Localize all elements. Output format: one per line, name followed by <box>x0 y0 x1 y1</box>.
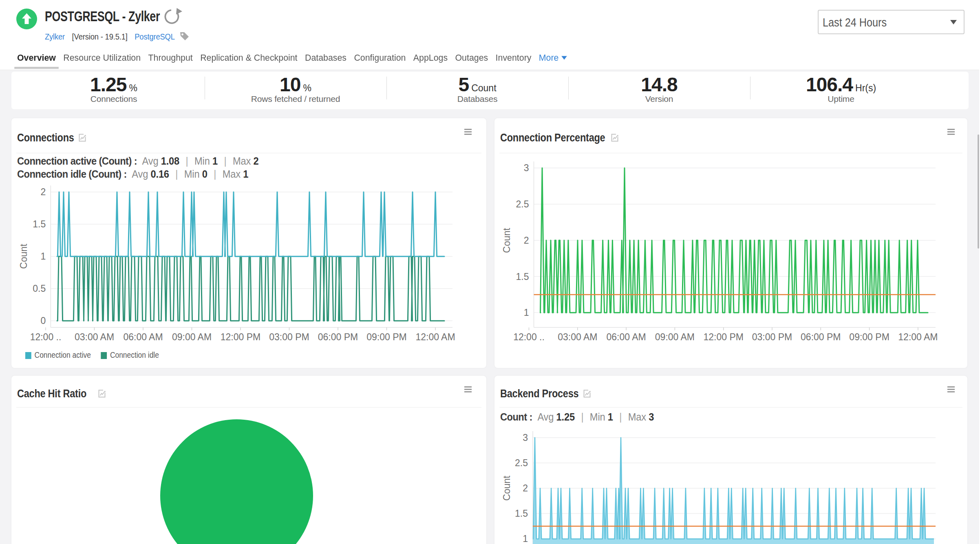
svg-text:06:00 PM: 06:00 PM <box>801 332 841 342</box>
svg-text:2: 2 <box>41 187 46 197</box>
svg-text:1.5: 1.5 <box>33 219 46 229</box>
svg-text:0: 0 <box>41 315 46 326</box>
svg-text:12:00 ..: 12:00 .. <box>30 332 62 342</box>
svg-text:12:00 PM: 12:00 PM <box>221 332 260 342</box>
svg-text:06:00 AM: 06:00 AM <box>123 332 163 342</box>
svg-text:12:00 AM: 12:00 AM <box>898 332 938 342</box>
svg-text:09:00 PM: 09:00 PM <box>366 332 406 342</box>
svg-text:2.5: 2.5 <box>515 458 528 468</box>
svg-text:3: 3 <box>523 432 528 443</box>
svg-text:2.5: 2.5 <box>516 199 529 209</box>
svg-text:03:00 PM: 03:00 PM <box>269 332 309 342</box>
svg-text:1: 1 <box>523 533 528 544</box>
svg-text:03:00 AM: 03:00 AM <box>75 332 114 342</box>
svg-text:09:00 AM: 09:00 AM <box>655 332 695 342</box>
svg-text:3: 3 <box>524 163 529 173</box>
svg-text:12:00 PM: 12:00 PM <box>703 332 743 342</box>
svg-text:1: 1 <box>41 251 46 262</box>
svg-text:1: 1 <box>524 307 529 318</box>
svg-text:03:00 AM: 03:00 AM <box>558 332 597 342</box>
svg-text:12:00 ..: 12:00 .. <box>513 332 545 342</box>
svg-text:09:00 PM: 09:00 PM <box>849 332 889 342</box>
svg-text:06:00 AM: 06:00 AM <box>607 332 646 342</box>
svg-text:09:00 AM: 09:00 AM <box>172 332 212 342</box>
svg-text:0.5: 0.5 <box>33 283 46 294</box>
svg-text:1.5: 1.5 <box>515 508 528 519</box>
svg-text:Count: Count <box>501 476 512 501</box>
svg-text:2: 2 <box>523 483 528 493</box>
svg-text:Count: Count <box>501 228 512 253</box>
svg-text:03:00 PM: 03:00 PM <box>752 332 792 342</box>
svg-text:12:00 AM: 12:00 AM <box>415 332 455 342</box>
svg-text:1.5: 1.5 <box>516 271 529 282</box>
svg-text:2: 2 <box>524 235 529 246</box>
svg-text:06:00 PM: 06:00 PM <box>318 332 358 342</box>
svg-text:Count: Count <box>18 244 29 269</box>
